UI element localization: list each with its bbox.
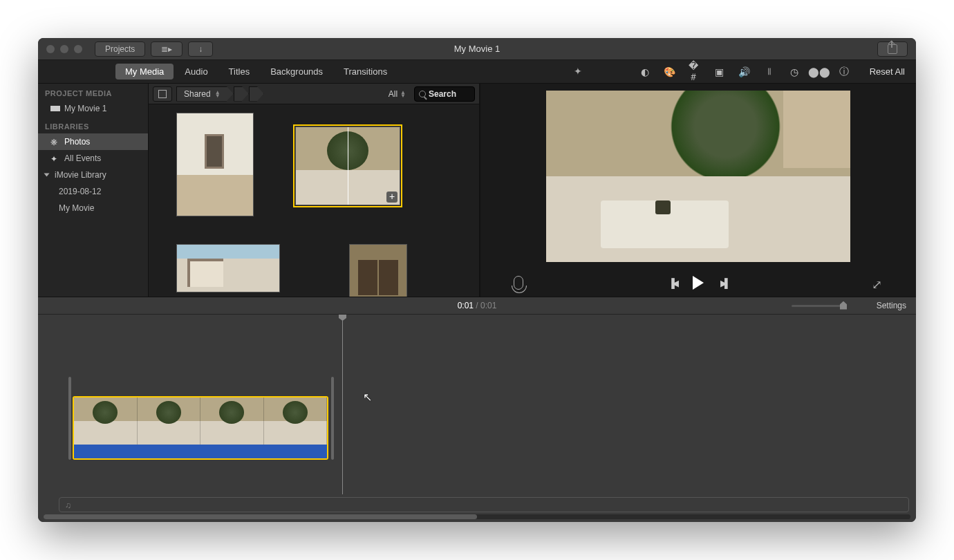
projects-button[interactable]: Projects	[95, 41, 145, 57]
fullscreen-icon[interactable]	[872, 277, 883, 288]
sidebar-item-imovie-library[interactable]: iMovie Library	[38, 167, 148, 183]
stabilization-icon[interactable]: ▣	[713, 66, 726, 78]
zoom-slider[interactable]	[792, 305, 847, 307]
timeline-scrollbar[interactable]	[44, 514, 910, 519]
viewer-tools: ◐ 🎨 �＃ ▣ 🔊 ⦀ ◷ ⬤⬤ ⓘ Reset All	[574, 66, 909, 78]
breadcrumb-next[interactable]	[234, 86, 249, 102]
zoom-window-icon[interactable]	[74, 45, 82, 53]
media-tabs: My Media Audio Titles Backgrounds Transi…	[115, 64, 397, 80]
sidebar-item-photos[interactable]: Photos	[38, 133, 148, 150]
breadcrumb-next-2[interactable]	[249, 86, 264, 102]
list-view-button[interactable]: ≣▸	[151, 41, 183, 57]
clip-trim-handle-right[interactable]	[331, 377, 334, 460]
titlebar: Projects ≣▸ ↓ My Movie 1	[38, 38, 916, 60]
clapper-icon	[50, 106, 60, 111]
clip-audio-track[interactable]	[74, 445, 327, 458]
disclosure-triangle-icon[interactable]	[44, 174, 50, 177]
preview-image	[546, 91, 850, 262]
time-sep: /	[474, 301, 480, 310]
tab-titles[interactable]: Titles	[219, 64, 260, 80]
settings-button[interactable]: Settings	[877, 301, 906, 310]
filter-label: All	[389, 89, 398, 99]
background-audio-track[interactable]	[59, 497, 909, 512]
sidebar-item-all-events[interactable]: All Events	[38, 150, 148, 167]
share-icon	[888, 44, 897, 54]
updown-icon: ▲▼	[215, 91, 221, 97]
share-button[interactable]	[877, 41, 908, 57]
search-icon	[419, 91, 426, 97]
star-icon	[50, 154, 60, 162]
event-movie-label: My Movie	[59, 203, 94, 213]
search-placeholder: Search	[429, 89, 456, 99]
media-thumbnail[interactable]	[349, 244, 407, 297]
close-window-icon[interactable]	[46, 45, 55, 53]
libraries-header: LIBRARIES	[38, 117, 148, 133]
time-duration: 0:01	[480, 301, 496, 310]
enhance-icon[interactable]	[574, 66, 586, 78]
clip-trim-handle-left[interactable]	[68, 377, 71, 460]
music-note-icon	[65, 498, 71, 511]
media-thumbnail[interactable]	[176, 244, 280, 292]
time-current: 0:01	[458, 301, 474, 310]
scrubber-line	[348, 127, 348, 205]
timecode: 0:01 / 0:01	[458, 301, 497, 310]
tab-my-media[interactable]: My Media	[115, 64, 174, 80]
info-icon[interactable]: ⓘ	[838, 66, 850, 78]
breadcrumb-label: Shared	[184, 89, 211, 99]
filters-icon[interactable]: ⬤⬤	[813, 66, 825, 78]
sidebar-item-project[interactable]: My Movie 1	[38, 100, 148, 117]
imovie-library-label: iMovie Library	[55, 170, 106, 180]
minimize-window-icon[interactable]	[60, 45, 68, 53]
add-to-timeline-icon[interactable]: +	[386, 192, 398, 203]
left-pane: PROJECT MEDIA My Movie 1 LIBRARIES Photo…	[38, 84, 480, 297]
tab-backgrounds[interactable]: Backgrounds	[261, 64, 333, 80]
filter-dropdown[interactable]: All ▲▼	[384, 89, 410, 99]
main-area: PROJECT MEDIA My Movie 1 LIBRARIES Photo…	[38, 84, 916, 297]
app-window: Projects ≣▸ ↓ My Movie 1 My Media Audio …	[38, 38, 916, 522]
speed-icon[interactable]: ◷	[788, 66, 801, 78]
color-balance-icon[interactable]: ◐	[639, 66, 651, 78]
updown-icon: ▲▼	[400, 91, 406, 97]
timeline-clip[interactable]	[73, 396, 328, 460]
media-thumbnail[interactable]	[176, 113, 254, 216]
all-events-label: All Events	[64, 153, 101, 163]
volume-icon[interactable]: 🔊	[738, 66, 751, 78]
next-button[interactable]	[720, 277, 728, 289]
viewer-pane	[480, 84, 916, 297]
mouse-cursor-icon: ↖	[363, 391, 372, 404]
browser-bar: Shared ▲▼ All ▲▼ Search	[149, 84, 479, 104]
color-correction-icon[interactable]: 🎨	[664, 66, 676, 78]
thumbnail-grid: +	[149, 104, 479, 297]
layout-toggle-button[interactable]	[153, 86, 172, 102]
preview-viewer[interactable]	[480, 84, 916, 269]
sidebar-item-event-date[interactable]: 2019-08-12	[38, 183, 148, 200]
play-button[interactable]	[693, 276, 704, 290]
voiceover-icon[interactable]	[514, 276, 523, 290]
breadcrumb-shared[interactable]: Shared ▲▼	[176, 86, 234, 102]
timeline-bar: 0:01 / 0:01 Settings	[38, 297, 916, 315]
sidebar-item-my-movie[interactable]: My Movie	[38, 200, 148, 216]
previous-button[interactable]	[668, 277, 676, 289]
event-date-label: 2019-08-12	[59, 187, 101, 196]
media-thumbnail-selected[interactable]: +	[295, 127, 400, 205]
noise-reduction-icon[interactable]: ⦀	[763, 66, 776, 78]
window-controls	[46, 45, 82, 53]
media-browser: Shared ▲▼ All ▲▼ Search	[149, 84, 479, 297]
sidebar: PROJECT MEDIA My Movie 1 LIBRARIES Photo…	[38, 84, 149, 297]
crop-icon[interactable]: �＃	[689, 66, 701, 78]
toolbar-row: My Media Audio Titles Backgrounds Transi…	[38, 60, 916, 84]
project-name-label: My Movie 1	[64, 104, 106, 113]
reset-all-button[interactable]: Reset All	[870, 66, 905, 77]
tab-audio[interactable]: Audio	[175, 64, 217, 80]
search-input[interactable]: Search	[414, 86, 475, 102]
import-button[interactable]: ↓	[188, 41, 213, 57]
tab-transitions[interactable]: Transitions	[334, 64, 397, 80]
playhead[interactable]	[342, 315, 343, 494]
clip-frames	[74, 398, 327, 445]
project-media-header: PROJECT MEDIA	[38, 84, 148, 100]
transport-controls	[480, 269, 916, 297]
timeline[interactable]: ↖	[38, 315, 916, 522]
photos-icon	[50, 138, 60, 146]
photos-label: Photos	[64, 137, 90, 147]
